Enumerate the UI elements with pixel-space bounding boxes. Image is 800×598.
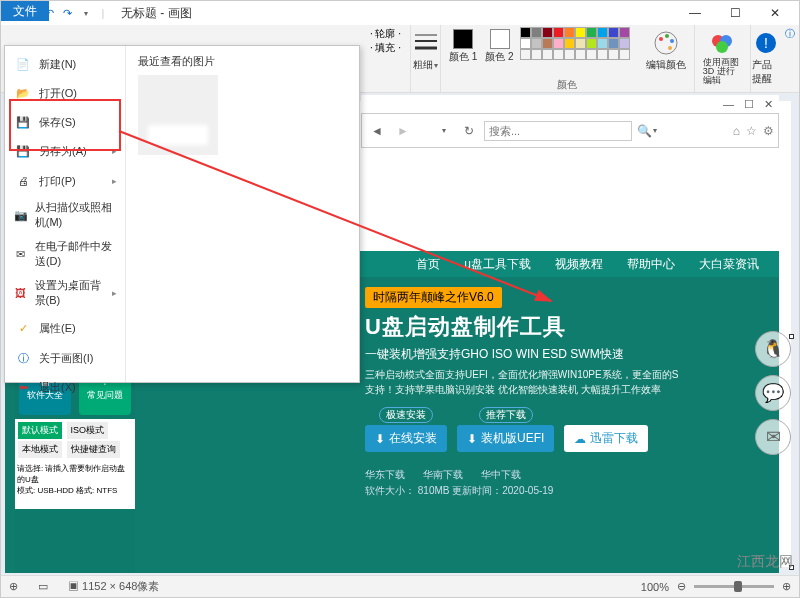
svg-point-5 xyxy=(665,34,669,38)
history-dropdown[interactable] xyxy=(432,120,454,142)
outline-button[interactable]: · 轮廓 · xyxy=(370,27,401,41)
svg-point-7 xyxy=(668,46,672,50)
zoom-level: 100% xyxy=(641,581,669,593)
chat-icon[interactable]: 💬 xyxy=(755,375,791,411)
home-icon[interactable]: ⌂ xyxy=(733,124,740,138)
menu-print[interactable]: 🖨打印(P)▸ xyxy=(5,167,125,195)
zoom-out-button[interactable]: ⊖ xyxy=(677,580,686,593)
about-icon: ⓘ xyxy=(13,348,33,368)
fill-button[interactable]: · 填充 · xyxy=(370,41,401,55)
menu-new[interactable]: 📄新建(N) xyxy=(5,50,125,78)
wechat-icon[interactable]: ✉ xyxy=(755,419,791,455)
nav-news[interactable]: 大白菜资讯 xyxy=(699,256,759,273)
group-label-colors: 颜色 xyxy=(441,78,694,92)
nav-download[interactable]: u盘工具下载 xyxy=(464,256,531,273)
nav-help[interactable]: 帮助中心 xyxy=(627,256,675,273)
hero-desc2: 支持！支持苹果电脑识别安装 优化智能快速装机 大幅提升工作效率 xyxy=(365,382,779,397)
zoom-in-button[interactable]: ⊕ xyxy=(782,580,791,593)
color1-button[interactable]: 颜色 1 xyxy=(447,27,479,66)
colors-group: 颜色 1 颜色 2 编辑颜色 颜色 xyxy=(441,25,695,92)
version-badge: 时隔两年颠峰之作V6.0 xyxy=(365,287,502,308)
download-buttons: 极速安装 ⬇在线安装 推荐下载 ⬇装机版UEFI ☁迅雷下载 xyxy=(365,407,779,452)
recent-title: 最近查看的图片 xyxy=(138,54,347,69)
menu-email[interactable]: ✉在电子邮件中发送(D) xyxy=(5,235,125,273)
search-input[interactable] xyxy=(484,121,632,141)
embedded-close[interactable]: ✕ xyxy=(764,98,773,111)
color-palette[interactable] xyxy=(520,27,640,60)
floating-icons: 🐧 💬 ✉ xyxy=(755,331,791,455)
menu-open[interactable]: 📂打开(O) xyxy=(5,79,125,107)
exit-icon: ⬅ xyxy=(13,377,33,397)
qq-icon[interactable]: 🐧 xyxy=(755,331,791,367)
cursor-position: ⊕ xyxy=(9,580,18,593)
qat-more-icon[interactable] xyxy=(77,5,93,21)
open-icon: 📂 xyxy=(13,83,33,103)
download-icon: ⬇ xyxy=(467,432,477,446)
paint3d-icon xyxy=(708,29,736,57)
paint3d-button[interactable]: 使用画图 3D 进行编辑 xyxy=(701,27,744,87)
new-icon: 📄 xyxy=(13,54,33,74)
mirror-east[interactable]: 华东下载 xyxy=(365,468,405,482)
stroke-width-button[interactable]: 粗细 xyxy=(410,27,442,74)
wallpaper-icon: 🖼 xyxy=(13,283,29,303)
forward-button[interactable]: ► xyxy=(392,120,414,142)
svg-point-4 xyxy=(659,37,663,41)
stroke-group: 粗细 xyxy=(411,25,441,92)
svg-point-10 xyxy=(716,41,728,53)
alert-icon: ! xyxy=(752,29,780,57)
menu-wallpaper[interactable]: 🖼设置为桌面背景(B)▸ xyxy=(5,274,125,312)
refresh-button[interactable]: ↻ xyxy=(458,120,480,142)
menu-properties[interactable]: ✓属性(E) xyxy=(5,314,125,342)
edit-colors-button[interactable]: 编辑颜色 xyxy=(644,27,688,74)
scanner-icon: 📷 xyxy=(13,205,29,225)
btn-thunder[interactable]: ☁迅雷下载 xyxy=(564,425,648,452)
shapes-options-group: · 轮廓 · · 填充 · xyxy=(361,25,411,92)
embedded-minimize[interactable]: — xyxy=(723,98,734,110)
tag-fast: 极速安装 xyxy=(379,407,433,423)
nav-video[interactable]: 视频教程 xyxy=(555,256,603,273)
btn-uefi[interactable]: ⬇装机版UEFI xyxy=(457,425,554,452)
favorite-icon[interactable]: ☆ xyxy=(746,124,757,138)
zoom-slider[interactable] xyxy=(694,585,774,588)
mirror-central[interactable]: 华中下载 xyxy=(481,468,521,482)
menu-save[interactable]: 💾保存(S) xyxy=(5,108,125,136)
menu-about[interactable]: ⓘ关于画图(I) xyxy=(5,344,125,372)
watermark: 江西龙网 xyxy=(737,553,793,571)
svg-point-6 xyxy=(670,39,674,43)
palette-icon xyxy=(652,29,680,57)
save-icon: 💾 xyxy=(13,112,33,132)
gear-icon[interactable]: ⚙ xyxy=(763,124,774,138)
file-menu-recent: 最近查看的图片 xyxy=(125,46,359,382)
close-button[interactable]: ✕ xyxy=(755,1,795,25)
recent-thumbnail[interactable] xyxy=(138,75,218,155)
mirror-south[interactable]: 华南下载 xyxy=(423,468,463,482)
tab-mode: 模式: USB-HDD 格式: NTFS xyxy=(17,485,133,496)
selection-size: ▭ xyxy=(38,580,48,593)
menu-scanner[interactable]: 📷从扫描仪或照相机(M) xyxy=(5,196,125,234)
back-button[interactable]: ◄ xyxy=(366,120,388,142)
menu-saveas[interactable]: 💾另存为(A)▸ xyxy=(5,137,125,165)
redo-icon[interactable]: ↷ xyxy=(59,5,75,21)
nav-home[interactable]: 首页 xyxy=(416,256,440,273)
maximize-button[interactable]: ☐ xyxy=(715,1,755,25)
embedded-window-controls: — ☐ ✕ xyxy=(361,95,779,113)
tag-recommend: 推荐下载 xyxy=(479,407,533,423)
minimize-button[interactable]: — xyxy=(675,1,715,25)
ribbon-collapse-icon[interactable]: ⓘ xyxy=(785,27,795,41)
hero-subtitle: 一键装机增强支持GHO ISO WIN ESD SWM快速 xyxy=(365,346,779,363)
hero-title: U盘启动盘制作工具 xyxy=(365,312,779,342)
stroke-label: 粗细 xyxy=(413,58,438,72)
embedded-maximize[interactable]: ☐ xyxy=(744,98,754,111)
menu-exit[interactable]: ⬅退出(X) xyxy=(5,373,125,401)
search-go[interactable]: 🔍 xyxy=(636,120,658,142)
color2-button[interactable]: 颜色 2 xyxy=(483,27,515,66)
tab-hint: 请选择: 请插入需要制作启动盘的U盘 xyxy=(17,463,133,485)
product-alert-button[interactable]: ! 产品提醒 xyxy=(750,27,782,88)
paint3d-group: 使用画图 3D 进行编辑 xyxy=(695,25,751,92)
separator: | xyxy=(95,5,111,21)
file-tab[interactable]: 文件 xyxy=(1,1,49,21)
file-menu-items: 📄新建(N) 📂打开(O) 💾保存(S) 💾另存为(A)▸ 🖨打印(P)▸ 📷从… xyxy=(5,46,125,382)
properties-icon: ✓ xyxy=(13,318,33,338)
btn-online-install[interactable]: ⬇在线安装 xyxy=(365,425,447,452)
svg-text:!: ! xyxy=(764,35,768,51)
